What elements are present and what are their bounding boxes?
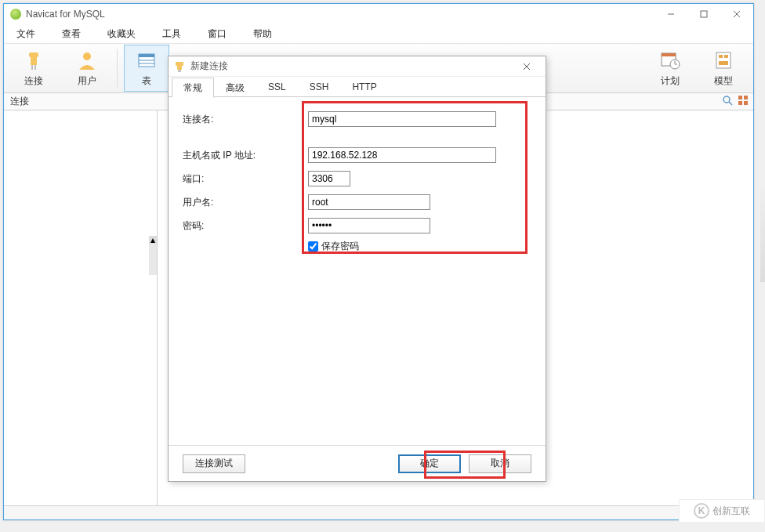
menu-help[interactable]: 帮助 <box>250 26 275 42</box>
window-title: Navicat for MySQL <box>26 9 654 20</box>
checkbox-save-password[interactable] <box>308 241 318 252</box>
toolbar-plan-label: 计划 <box>661 74 680 88</box>
svg-rect-29 <box>177 66 182 70</box>
dialog-title: 新建连接 <box>190 60 513 73</box>
svg-rect-1 <box>701 11 707 17</box>
label-user: 用户名: <box>183 196 308 209</box>
svg-rect-18 <box>716 52 731 68</box>
input-host[interactable] <box>308 147 496 163</box>
input-conn-name[interactable] <box>308 111 496 127</box>
toolbar-connect-label: 连接 <box>24 74 43 88</box>
svg-rect-24 <box>738 96 742 100</box>
sidebar-scroll[interactable]: ▴ <box>149 236 157 275</box>
path-label: 连接 <box>10 95 29 108</box>
cancel-button[interactable]: 取消 <box>469 454 531 473</box>
connections-sidebar: ▴ <box>4 110 158 505</box>
grid-icon[interactable] <box>738 95 749 108</box>
plug-icon <box>23 49 45 71</box>
label-port: 端口: <box>183 172 308 186</box>
svg-line-23 <box>729 102 732 105</box>
app-logo-icon <box>10 9 21 20</box>
menu-file[interactable]: 文件 <box>13 26 38 42</box>
menu-favorites[interactable]: 收藏夹 <box>104 26 139 42</box>
main-menubar: 文件 查看 收藏夹 工具 窗口 帮助 <box>4 24 753 43</box>
label-save-password: 保存密码 <box>321 240 359 253</box>
toolbar-model-label: 模型 <box>714 74 733 88</box>
maximize-button[interactable] <box>687 4 720 24</box>
tab-ssl[interactable]: SSL <box>256 78 298 98</box>
test-connection-button[interactable]: 连接测试 <box>183 454 245 473</box>
tab-ssh[interactable]: SSH <box>298 78 341 98</box>
svg-rect-19 <box>719 55 723 58</box>
search-icon[interactable] <box>722 95 733 108</box>
toolbar-user-label: 用户 <box>78 74 96 88</box>
svg-rect-28 <box>176 62 183 66</box>
label-host: 主机名或 IP 地址: <box>183 149 308 162</box>
connection-icon <box>173 60 186 73</box>
menu-tools[interactable]: 工具 <box>159 26 184 42</box>
svg-rect-26 <box>738 101 742 105</box>
input-port[interactable] <box>308 171 350 186</box>
menu-view[interactable]: 查看 <box>59 26 84 42</box>
toolbar-table-label: 表 <box>142 74 151 88</box>
svg-rect-21 <box>719 61 728 65</box>
tab-http[interactable]: HTTP <box>340 78 388 98</box>
toolbar-connect[interactable]: 连接 <box>10 49 57 88</box>
svg-rect-25 <box>744 96 748 100</box>
scroll-up-icon[interactable]: ▴ <box>149 236 157 244</box>
menu-window[interactable]: 窗口 <box>205 26 230 42</box>
svg-rect-20 <box>724 55 728 58</box>
tab-advanced[interactable]: 高级 <box>214 78 256 98</box>
svg-rect-5 <box>31 57 37 65</box>
label-password: 密码: <box>183 219 308 233</box>
status-bar <box>4 505 753 519</box>
user-icon <box>76 49 98 71</box>
input-password[interactable] <box>308 218 430 233</box>
minimize-button[interactable] <box>654 4 687 24</box>
input-user[interactable] <box>308 194 430 210</box>
svg-rect-14 <box>662 53 676 56</box>
svg-rect-4 <box>29 52 38 57</box>
close-button[interactable] <box>720 4 753 24</box>
watermark-logo-icon: K <box>694 503 709 519</box>
svg-rect-10 <box>139 54 154 57</box>
toolbar-user[interactable]: 用户 <box>63 49 111 88</box>
dialog-close-button[interactable] <box>513 58 541 75</box>
toolbar-model[interactable]: 模型 <box>700 49 747 88</box>
tab-general[interactable]: 常规 <box>172 78 214 98</box>
svg-point-22 <box>723 96 730 103</box>
watermark-text: 创新互联 <box>712 505 750 518</box>
svg-rect-27 <box>744 101 748 105</box>
ok-button[interactable]: 确定 <box>398 454 461 473</box>
toolbar-table[interactable]: 表 <box>124 45 169 92</box>
label-conn-name: 连接名: <box>183 113 308 126</box>
right-edge-decor <box>760 188 765 282</box>
table-icon <box>136 49 158 71</box>
calendar-clock-icon <box>659 49 681 71</box>
main-titlebar: Navicat for MySQL <box>4 4 753 24</box>
watermark: K 创新互联 <box>679 499 765 523</box>
dialog-tabs: 常规 高级 SSL SSH HTTP <box>169 77 546 97</box>
new-connection-dialog: 新建连接 常规 高级 SSL SSH HTTP 连接名: 主机名或 IP 地址:… <box>168 56 546 482</box>
model-icon <box>712 49 734 71</box>
toolbar-plan[interactable]: 计划 <box>647 49 694 88</box>
svg-point-8 <box>83 52 91 60</box>
